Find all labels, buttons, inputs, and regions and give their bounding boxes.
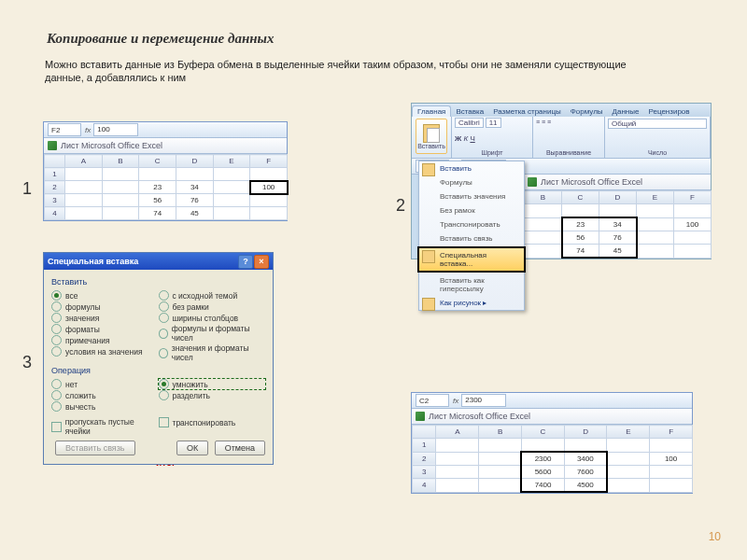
page-number: 10 xyxy=(709,530,721,543)
radio-source-theme[interactable]: с исходной темой xyxy=(159,290,266,301)
clipboard-icon xyxy=(422,250,435,263)
check-skip-blanks[interactable]: пропускать пустые ячейки xyxy=(51,417,159,436)
slide-intro-text: Можно вставить данные из Буфера обмена в… xyxy=(45,58,652,85)
group-insert-label: Вставить xyxy=(51,277,265,287)
step-number-2: 2 xyxy=(396,196,405,216)
slide-title: Копирование и перемещение данных xyxy=(47,31,275,47)
radio-noborder[interactable]: без рамки xyxy=(159,301,266,312)
ribbon-tab-layout[interactable]: Разметка страницы xyxy=(488,106,566,117)
selected-cell: 100 xyxy=(250,181,288,194)
close-button[interactable]: × xyxy=(254,255,269,269)
radio-comments[interactable]: примечания xyxy=(51,335,159,345)
menu-item-formulas: Формулы xyxy=(419,175,524,189)
radio-formulas-num[interactable]: формулы и форматы чисел xyxy=(159,324,266,343)
menu-item-paste[interactable]: Вставить xyxy=(419,161,524,175)
menu-item-noborders: Без рамок xyxy=(419,203,524,217)
worksheet-grid[interactable]: BCDEF 2334100 5676 7445 xyxy=(524,190,712,259)
ribbon-tab-formulas[interactable]: Формулы xyxy=(566,106,608,117)
menu-item-hyperlink: Вставить как гиперссылку xyxy=(419,273,524,296)
ribbon-tab-insert[interactable]: Вставка xyxy=(451,106,488,117)
radio-formulas[interactable]: формулы xyxy=(51,301,159,312)
worksheet-grid[interactable]: ABCDEF 1 223003400100 356007600 47400450… xyxy=(412,425,693,493)
dialog-titlebar: Специальная вставка ?× xyxy=(44,253,273,270)
excel-screenshot-result: C2 fx 2300 Лист Microsoft Office Excel A… xyxy=(411,392,693,494)
step-number-1: 1 xyxy=(22,179,32,199)
group-operation-label: Операция xyxy=(51,366,265,375)
font-select[interactable]: Calibri xyxy=(455,118,484,128)
radio-values-num[interactable]: значения и форматы чисел xyxy=(159,343,266,362)
paste-context-menu: Вставить Формулы Вставить значения Без р… xyxy=(418,161,525,311)
ribbon-tab-data[interactable]: Данные xyxy=(608,106,644,117)
cancel-button[interactable]: Отмена xyxy=(215,441,265,455)
radio-validation[interactable]: условия на значения xyxy=(51,346,159,357)
ribbon-tab-review[interactable]: Рецензиров xyxy=(643,106,694,117)
radio-op-add[interactable]: сложить xyxy=(51,390,159,400)
menu-item-transpose: Транспонировать xyxy=(419,217,524,231)
paste-link-button: Вставить связь xyxy=(55,441,135,455)
radio-op-sub[interactable]: вычесть xyxy=(51,401,159,412)
name-box[interactable]: F2 xyxy=(48,123,81,136)
number-format-select[interactable]: Общий xyxy=(608,119,707,129)
ribbon-tab-home[interactable]: Главная xyxy=(412,105,451,117)
radio-colwidth[interactable]: ширины столбцов xyxy=(159,313,266,323)
picture-icon xyxy=(422,298,435,311)
clipboard-icon xyxy=(423,124,440,143)
paste-special-dialog: Специальная вставка ?× Вставить все форм… xyxy=(43,252,274,465)
excel-screenshot-1: F2 fx 100 Лист Microsoft Office Excel AB… xyxy=(43,121,288,221)
formula-bar[interactable]: 2300 xyxy=(461,394,506,407)
menu-item-values: Вставить значения xyxy=(419,189,524,203)
radio-all[interactable]: все xyxy=(51,290,159,301)
name-box[interactable]: C2 xyxy=(416,394,449,407)
paste-button[interactable]: Вставить xyxy=(416,119,447,154)
radio-op-none[interactable]: нет xyxy=(51,379,159,389)
ribbon-tab-row: Главная Вставка Разметка страницы Формул… xyxy=(412,104,711,117)
excel-sheet-icon xyxy=(48,141,57,150)
radio-op-divide[interactable]: разделить xyxy=(159,390,266,400)
sheet-tab-title: Лист Microsoft Office Excel xyxy=(61,141,162,150)
menu-item-as-picture[interactable]: Как рисунок ▸ xyxy=(419,296,524,310)
fx-icon[interactable]: fx xyxy=(85,126,91,134)
check-transpose[interactable]: транспонировать xyxy=(159,417,266,427)
step-number-3: 3 xyxy=(22,353,32,372)
formula-bar[interactable]: 100 xyxy=(93,123,138,136)
clipboard-icon xyxy=(422,163,435,176)
radio-formats[interactable]: форматы xyxy=(51,324,159,334)
fx-icon[interactable]: fx xyxy=(453,397,458,405)
excel-sheet-icon xyxy=(416,412,425,421)
help-button[interactable]: ? xyxy=(238,255,253,269)
menu-item-paste-special[interactable]: Специальная вставка... xyxy=(418,247,525,272)
excel-sheet-icon xyxy=(528,177,537,187)
menu-item-link: Вставить связь xyxy=(419,231,524,245)
font-size-select[interactable]: 11 xyxy=(486,118,501,128)
radio-values[interactable]: значения xyxy=(51,313,159,323)
radio-op-multiply[interactable]: умножить xyxy=(159,379,266,389)
ok-button[interactable]: ОК xyxy=(176,441,208,455)
worksheet-grid[interactable]: ABCDEF 1 22334100 35676 47445 xyxy=(44,154,288,220)
